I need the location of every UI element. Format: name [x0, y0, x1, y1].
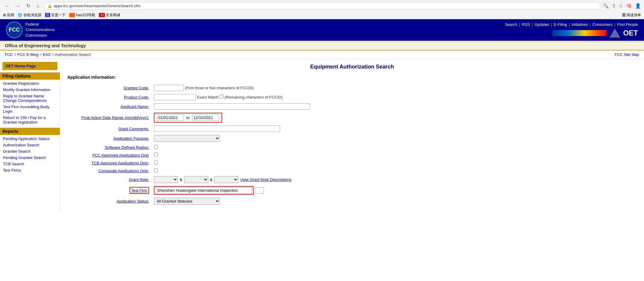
nav-consumers[interactable]: Consumers	[593, 22, 612, 27]
product-code-input[interactable]	[154, 94, 196, 100]
browser-chrome: ← → ↻ ⌂ 🔒 apps.fcc.gov/oetcf/eas/reports…	[0, 0, 644, 19]
reload-button[interactable]: ↻	[25, 2, 32, 10]
fcc-org-name: Federal Communications Commission	[26, 22, 55, 38]
date-from-input[interactable]	[157, 115, 184, 121]
apps-bookmark[interactable]: ⊞ 应用	[3, 13, 14, 18]
reports-section: Reports	[0, 128, 60, 135]
grantee-code-input[interactable]	[154, 85, 184, 91]
tcb-approved-row: TCB Approved Applications Only:	[67, 159, 637, 167]
tcb-approved-checkbox[interactable]	[154, 160, 158, 164]
oet-home-link[interactable]: OET Home Page	[5, 64, 36, 68]
home-button[interactable]: ⌂	[35, 2, 41, 10]
grant-comments-label[interactable]: Grant Comments:	[118, 127, 149, 131]
grant-note-select3[interactable]	[214, 176, 238, 183]
grantee-search-link[interactable]: Grantee Search	[0, 148, 60, 154]
nav-search[interactable]: Search	[505, 22, 517, 27]
view-grant-desc-link[interactable]: View Grant Note Descriptions	[240, 177, 291, 182]
fcc-approved-label[interactable]: FCC Approved Applications Only	[92, 153, 149, 157]
profile-icon[interactable]: 👤	[635, 3, 641, 9]
date-range-highlight: to	[154, 113, 222, 123]
app-status-select[interactable]: All Granted Statuses	[154, 198, 220, 205]
sidebar-home: OET Home Page	[2, 62, 57, 70]
date-to-label: to	[186, 115, 190, 120]
composite-label[interactable]: Composite Applications Only:	[98, 169, 149, 173]
return-159-link[interactable]: Return to 159 / Pay for a Grantee regist…	[0, 115, 60, 125]
grantee-code-label[interactable]: Grantee Code:	[124, 86, 149, 90]
applicant-name-label[interactable]: Applicant Name:	[121, 104, 149, 109]
software-radios-row: Software Defined Radios:	[67, 143, 637, 151]
grantee-code-row: Grantee Code: (First three or five chara…	[67, 83, 637, 93]
composite-checkbox[interactable]	[154, 168, 158, 172]
date-to-input[interactable]	[192, 115, 219, 121]
modify-grantee-link[interactable]: Modify Grantee Information	[0, 87, 60, 93]
software-radios-checkbox[interactable]	[154, 145, 158, 149]
grantee-registration-link[interactable]: Grantee Registration	[0, 80, 60, 87]
fcc-circle-logo: FCC	[6, 22, 23, 38]
nav-initiatives[interactable]: Initiatives	[572, 22, 588, 27]
oet-label: OET	[623, 29, 638, 37]
grant-note-amp1: &	[180, 177, 182, 182]
test-firm-login-link[interactable]: Test Firm Accrediting Body Login	[0, 104, 60, 115]
jd-bookmark[interactable]: JD 京东商城	[99, 13, 120, 18]
breadcrumb-fcc[interactable]: FCC	[5, 52, 13, 57]
grant-note-row: Grant Note: & & View Grant Note Descript…	[67, 175, 637, 185]
final-action-label[interactable]: Final Action Date Range (mm/dd/yyyy):	[81, 115, 149, 120]
authorization-search-link[interactable]: Authorization Search	[0, 142, 60, 148]
nav-rss[interactable]: RSS	[522, 22, 530, 27]
composite-row: Composite Applications Only:	[67, 167, 637, 175]
breadcrumb-bar: FCC > FCC E-filing > EAS > Authorization…	[0, 50, 644, 59]
tcb-approved-label[interactable]: TCB Approved Applications Only:	[92, 161, 149, 165]
share-icon[interactable]: ⇧	[612, 3, 616, 9]
sitemap-link[interactable]: FCC Site Map	[615, 52, 639, 57]
hao123-bookmark[interactable]: 🔖 hao123导航	[69, 13, 95, 18]
applicant-name-input[interactable]	[154, 103, 310, 110]
chrome-bookmark[interactable]: 🌐 谷歌浏览器	[18, 13, 41, 18]
forward-button[interactable]: →	[14, 2, 22, 10]
grant-comments-input[interactable]	[154, 126, 280, 132]
pending-app-status-link[interactable]: Pending Application Status	[0, 136, 60, 142]
reading-list[interactable]: ☰ 阅读清单	[622, 13, 641, 18]
tcb-search-link[interactable]: TCB Search	[0, 161, 60, 167]
extensions-icon[interactable]: 🧠	[626, 3, 632, 9]
nav-efiling[interactable]: E-Filing	[554, 22, 567, 27]
grant-note-amp2: &	[210, 177, 213, 182]
app-info-header: Application Information:	[67, 75, 637, 80]
search-icon[interactable]: 🔍	[603, 3, 609, 9]
app-purpose-label[interactable]: Application Purpose:	[113, 136, 149, 141]
grant-note-select1[interactable]	[154, 176, 178, 183]
star-icon[interactable]: ☆	[619, 3, 623, 9]
app-status-row: Application Status: All Granted Statuses	[67, 196, 637, 206]
baidu-bookmark[interactable]: 百 百度一下	[45, 13, 66, 18]
test-firm-input[interactable]	[156, 187, 252, 194]
breadcrumb: FCC > FCC E-filing > EAS > Authorization…	[5, 52, 91, 57]
fcc-logo: FCC Federal Communications Commission	[6, 22, 55, 38]
applicant-name-row: Applicant Name:	[67, 102, 637, 111]
reply-grantee-link[interactable]: Reply to Grantee Name Change Corresponde…	[0, 93, 60, 104]
oet-subtitle: Office of Engineering and Technology	[0, 41, 644, 50]
nav-find-people[interactable]: Find People	[617, 22, 638, 27]
breadcrumb-efiling[interactable]: FCC E-filing	[17, 52, 38, 57]
breadcrumb-eas[interactable]: EAS	[43, 52, 50, 57]
grant-note-label[interactable]: Grant Note:	[129, 177, 149, 182]
nav-updates[interactable]: Updates	[535, 22, 549, 27]
content-area: Equipment Authorization Search Applicati…	[60, 59, 644, 211]
grant-note-inputs: & & View Grant Note Descriptions	[154, 176, 634, 183]
product-code-label[interactable]: Product Code:	[124, 95, 149, 99]
exact-match-checkbox[interactable]	[220, 95, 224, 99]
pending-grantee-search-link[interactable]: Pending Grantee Search	[0, 154, 60, 161]
back-button[interactable]: ←	[3, 2, 11, 10]
page-title: Equipment Authorization Search	[67, 64, 637, 70]
fcc-approved-checkbox[interactable]	[154, 153, 158, 157]
address-bar[interactable]: 🔒 apps.fcc.gov/oetcf/eas/reports/Generic…	[44, 2, 600, 10]
browser-icons: 🔍 ⇧ ☆ 🧠 👤	[603, 3, 641, 9]
product-code-row: Product Code: Exact Match (Remaining cha…	[67, 93, 637, 102]
test-firm-extra-input[interactable]	[255, 187, 264, 194]
filing-options-section: Filing Options	[0, 72, 60, 80]
grant-note-select2[interactable]	[184, 176, 208, 183]
app-status-label[interactable]: Application Status:	[117, 199, 149, 203]
test-firms-link[interactable]: Test Firms	[0, 167, 60, 173]
breadcrumb-current: Authorization Search	[55, 52, 91, 57]
test-firm-label[interactable]: Test Firm	[131, 188, 147, 193]
app-purpose-select[interactable]	[154, 135, 220, 142]
software-radios-label[interactable]: Software Defined Radios:	[105, 145, 149, 150]
